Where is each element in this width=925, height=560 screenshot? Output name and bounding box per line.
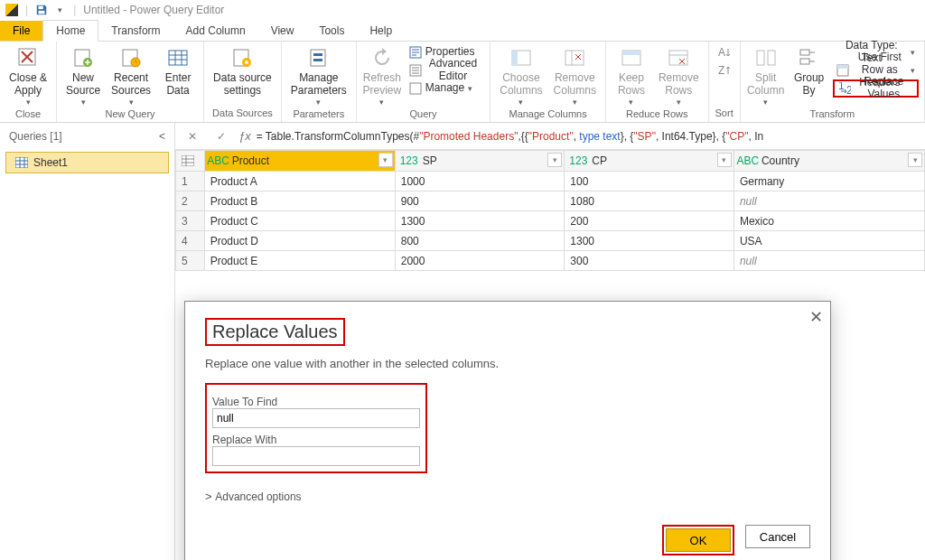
cell-product[interactable]: Product D	[204, 231, 395, 251]
ribbon: Close & Apply▾ Close New Source▾ Recent …	[0, 42, 925, 123]
tab-view[interactable]: View	[258, 21, 307, 41]
col-sp[interactable]: 123SP▾	[395, 151, 565, 172]
qat-dropdown[interactable]: ▾	[51, 2, 68, 18]
filter-dropdown-icon[interactable]: ▾	[717, 153, 732, 167]
cell-cp[interactable]: 200	[565, 211, 734, 231]
cell-country[interactable]: null	[733, 191, 924, 211]
sort-asc-button[interactable]: A	[715, 43, 734, 61]
tab-transform[interactable]: Transform	[98, 21, 173, 41]
data-source-settings-button[interactable]: Data source settings	[210, 43, 276, 99]
cell-cp[interactable]: 1080	[565, 191, 734, 211]
table-row[interactable]: 1Product A1000100Germany	[176, 172, 925, 191]
split-column-button[interactable]: Split Column▾	[746, 43, 786, 108]
recent-sources-button[interactable]: Recent Sources▾	[107, 43, 154, 108]
svg-rect-28	[800, 59, 809, 64]
cell-product[interactable]: Product A	[204, 172, 395, 191]
tab-tools[interactable]: Tools	[306, 21, 357, 41]
table-icon	[15, 157, 28, 168]
refresh-preview-button[interactable]: Refresh Preview▾	[362, 43, 402, 108]
col-product[interactable]: ABCProduct▾	[204, 151, 395, 172]
table-row[interactable]: 4Product D8001300USA	[176, 231, 925, 251]
table-row[interactable]: 2Product B9001080null	[176, 191, 925, 211]
cell-country[interactable]: null	[733, 251, 924, 271]
new-source-button[interactable]: New Source▾	[62, 43, 104, 108]
cell-country[interactable]: Germany	[733, 172, 924, 191]
cell-product[interactable]: Product E	[204, 251, 395, 271]
text-type-icon: ABC	[740, 154, 756, 168]
cell-product[interactable]: Product C	[204, 211, 395, 231]
svg-rect-33	[15, 157, 28, 168]
cancel-button[interactable]: Cancel	[745, 525, 810, 548]
manage-parameters-button[interactable]: Manage Parameters▾	[287, 43, 350, 108]
svg-rect-18	[512, 51, 518, 65]
window-title: Untitled - Power Query Editor	[83, 4, 224, 16]
tab-file[interactable]: File	[0, 21, 42, 41]
replace-values-button[interactable]: 12Replace Values	[833, 79, 919, 98]
table-row[interactable]: 3Product C1300200Mexico	[176, 211, 925, 231]
data-table[interactable]: ABCProduct▾ 123SP▾ 123CP▾ ABCCountry▾ 1P…	[175, 150, 925, 271]
accept-formula-button[interactable]: ✓	[210, 126, 233, 147]
cell-country[interactable]: USA	[733, 231, 924, 251]
svg-rect-0	[39, 6, 43, 10]
filter-dropdown-icon[interactable]: ▾	[378, 153, 393, 167]
col-cp[interactable]: 123CP▾	[565, 151, 734, 172]
table-row[interactable]: 5Product E2000300null	[176, 251, 925, 271]
cell-sp[interactable]: 2000	[395, 251, 565, 271]
replace-with-label: Replace With	[212, 434, 420, 446]
cancel-formula-button[interactable]: ✕	[181, 126, 204, 147]
replace-with-input[interactable]	[212, 446, 420, 466]
row-number: 2	[176, 191, 205, 211]
svg-text:2: 2	[846, 84, 851, 95]
manage-button[interactable]: Manage ▾	[406, 79, 476, 98]
cell-sp[interactable]: 800	[395, 231, 565, 251]
cell-sp[interactable]: 900	[395, 191, 565, 211]
fx-label: ƒx	[238, 129, 251, 143]
remove-columns-button[interactable]: Remove Columns▾	[550, 43, 600, 108]
cell-sp[interactable]: 1000	[395, 172, 565, 191]
svg-point-10	[245, 61, 248, 64]
svg-rect-34	[182, 155, 194, 166]
advanced-editor-button[interactable]: Advanced Editor	[406, 61, 484, 79]
queries-pane: Queries [1] < Sheet1	[0, 123, 175, 560]
save-button[interactable]	[33, 2, 50, 18]
row-number: 4	[176, 231, 205, 251]
svg-rect-19	[565, 51, 584, 65]
filter-dropdown-icon[interactable]: ▾	[908, 153, 922, 167]
col-country[interactable]: ABCCountry▾	[733, 151, 924, 172]
cell-country[interactable]: Mexico	[733, 211, 924, 231]
ok-button[interactable]: OK	[666, 528, 731, 552]
close-apply-button[interactable]: Close & Apply▾	[5, 43, 51, 108]
tab-add-column[interactable]: Add Column	[173, 21, 258, 41]
cell-product[interactable]: Product B	[204, 191, 395, 211]
cell-sp[interactable]: 1300	[395, 211, 565, 231]
tab-home[interactable]: Home	[42, 20, 98, 42]
svg-rect-16	[410, 83, 421, 94]
value-to-find-label: Value To Find	[212, 396, 420, 408]
collapse-queries-button[interactable]: <	[159, 130, 165, 143]
group-by-button[interactable]: Group By	[790, 43, 829, 99]
choose-columns-button[interactable]: Choose Columns▾	[496, 43, 546, 108]
sort-desc-button[interactable]: Z	[715, 61, 734, 79]
dialog-title: Replace Values	[205, 318, 345, 346]
keep-rows-button[interactable]: Keep Rows▾	[612, 43, 651, 108]
close-icon[interactable]: ✕	[809, 307, 823, 327]
formula-text[interactable]: = Table.TransformColumnTypes(#"Promoted …	[257, 130, 763, 143]
advanced-options-toggle[interactable]: > Advanced options	[205, 490, 810, 503]
svg-rect-25	[757, 51, 764, 65]
enter-data-button[interactable]: Enter Data	[158, 43, 198, 99]
value-to-find-input[interactable]	[212, 408, 420, 428]
cell-cp[interactable]: 300	[565, 251, 734, 271]
svg-rect-21	[622, 51, 640, 55]
dialog-description: Replace one value with another in the se…	[205, 357, 810, 370]
filter-dropdown-icon[interactable]: ▾	[547, 153, 562, 167]
cell-cp[interactable]: 1300	[565, 231, 734, 251]
app-logo	[4, 2, 20, 18]
svg-text:1: 1	[838, 82, 845, 92]
query-item-sheet1[interactable]: Sheet1	[5, 152, 169, 173]
svg-rect-30	[837, 65, 848, 69]
remove-rows-button[interactable]: Remove Rows▾	[655, 43, 703, 108]
number-type-icon: 123	[570, 154, 586, 168]
cell-cp[interactable]: 100	[565, 172, 734, 191]
tab-help[interactable]: Help	[357, 21, 405, 41]
corner-cell[interactable]	[176, 151, 205, 172]
